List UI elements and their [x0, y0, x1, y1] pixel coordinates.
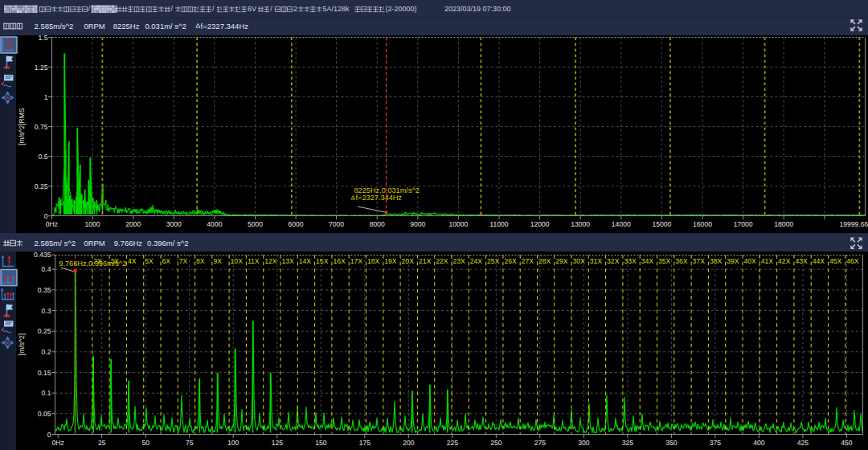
svg-text:0.2: 0.2 — [42, 348, 51, 356]
svg-text:38X: 38X — [710, 257, 723, 265]
svg-text:18000: 18000 — [774, 220, 793, 228]
svg-text:0.3: 0.3 — [42, 307, 51, 315]
svg-text:0.4: 0.4 — [42, 265, 51, 273]
svg-text:20X: 20X — [402, 257, 415, 265]
svg-text:44X: 44X — [813, 257, 825, 265]
svg-text:16X: 16X — [333, 257, 346, 265]
svg-text:2.585m/ s^2: 2.585m/ s^2 — [35, 239, 76, 248]
svg-text:25X: 25X — [487, 257, 500, 265]
svg-text:0.75: 0.75 — [35, 123, 48, 131]
svg-text:6V: 6V — [248, 5, 256, 13]
svg-text:2.585m/s^2: 2.585m/s^2 — [35, 22, 74, 31]
svg-text:0.25: 0.25 — [35, 182, 48, 190]
svg-text:9.766Hz: 9.766Hz — [114, 239, 143, 248]
svg-text:37X: 37X — [693, 257, 706, 265]
svg-text:0.15: 0.15 — [38, 369, 51, 377]
svg-text:12X: 12X — [264, 257, 277, 265]
svg-text:24X: 24X — [470, 257, 483, 265]
svg-text:100: 100 — [227, 439, 240, 447]
svg-text:36X: 36X — [675, 257, 688, 265]
svg-text:4000: 4000 — [207, 220, 222, 228]
svg-text:375: 375 — [710, 439, 722, 447]
svg-text:18X: 18X — [367, 257, 380, 265]
svg-text:21X: 21X — [419, 257, 432, 265]
svg-text:400: 400 — [753, 439, 765, 447]
svg-text:13X: 13X — [282, 257, 295, 265]
svg-text:0.05: 0.05 — [38, 410, 51, 418]
svg-text:1.5: 1.5 — [39, 34, 48, 42]
svg-text:25: 25 — [98, 439, 106, 447]
svg-text:15000: 15000 — [652, 220, 671, 228]
svg-text:[m/s^2]: [m/s^2] — [18, 333, 26, 355]
svg-text:22X: 22X — [436, 257, 448, 265]
svg-text:12000: 12000 — [530, 220, 550, 228]
svg-text:7X: 7X — [179, 257, 188, 265]
svg-text:0Hz: 0Hz — [52, 439, 64, 447]
svg-text:350: 350 — [665, 439, 678, 447]
svg-text:300: 300 — [578, 439, 590, 447]
svg-text:43X: 43X — [795, 257, 808, 265]
svg-text:2000: 2000 — [125, 220, 141, 228]
svg-text:14X: 14X — [299, 257, 312, 265]
svg-text:45X: 45X — [829, 257, 842, 265]
svg-text:23X: 23X — [453, 257, 466, 265]
svg-text:2023/03/19 07:30:00: 2023/03/19 07:30:00 — [444, 5, 511, 13]
svg-text:13000: 13000 — [571, 220, 590, 228]
svg-text:275: 275 — [534, 439, 547, 447]
svg-text:1000: 1000 — [85, 220, 100, 228]
svg-text:40X: 40X — [744, 257, 757, 265]
svg-text:9000: 9000 — [410, 220, 425, 228]
svg-text:3000: 3000 — [166, 220, 182, 228]
svg-text:5X: 5X — [145, 257, 154, 265]
svg-text:225: 225 — [447, 439, 459, 447]
svg-text:325: 325 — [622, 439, 634, 447]
svg-text:19X: 19X — [384, 257, 397, 265]
svg-text:28X: 28X — [538, 257, 551, 265]
svg-text:5000: 5000 — [248, 220, 263, 228]
svg-text:46X: 46X — [846, 257, 859, 265]
svg-text:26X: 26X — [504, 257, 517, 265]
svg-text:8X: 8X — [196, 257, 205, 265]
svg-text:34X: 34X — [641, 257, 654, 265]
svg-text:7000: 7000 — [329, 220, 344, 228]
svg-text:f=2327.344Hz: f=2327.344Hz — [356, 194, 403, 202]
svg-text:6000: 6000 — [289, 220, 304, 228]
svg-text:f=2327.344Hz: f=2327.344Hz — [201, 22, 249, 31]
svg-text:0.35: 0.35 — [38, 286, 51, 294]
svg-text:(2-20000): (2-20000) — [385, 5, 416, 13]
svg-text:0: 0 — [47, 431, 51, 439]
svg-text:1.25: 1.25 — [35, 63, 48, 72]
svg-text:41X: 41X — [761, 257, 774, 265]
svg-text:0.435: 0.435 — [34, 251, 51, 259]
svg-text:0.031m/ s^2: 0.031m/ s^2 — [145, 22, 186, 31]
svg-text:4X: 4X — [128, 257, 137, 265]
svg-text:32X: 32X — [607, 257, 620, 265]
svg-text:10X: 10X — [231, 257, 244, 265]
svg-text:35X: 35X — [658, 257, 671, 265]
svg-text:27X: 27X — [522, 257, 534, 265]
svg-text:0.25: 0.25 — [38, 327, 51, 335]
svg-text:42X: 42X — [778, 257, 791, 265]
svg-text:30X: 30X — [573, 257, 586, 265]
svg-text:19999.66: 19999.66 — [839, 220, 868, 228]
svg-text:0RPM: 0RPM — [84, 22, 104, 31]
svg-text:39X: 39X — [727, 257, 739, 265]
svg-text:0RPM: 0RPM — [84, 239, 104, 248]
svg-text:0Hz: 0Hz — [46, 220, 58, 228]
svg-text:75: 75 — [186, 439, 194, 447]
svg-text:150: 150 — [315, 439, 327, 447]
svg-text:17000: 17000 — [734, 220, 753, 228]
svg-text:0.396m/ s^2: 0.396m/ s^2 — [147, 239, 188, 248]
svg-text:9X: 9X — [213, 257, 222, 265]
svg-text:6X: 6X — [162, 257, 171, 265]
svg-text:425: 425 — [797, 439, 809, 447]
svg-text:250: 250 — [490, 439, 502, 447]
svg-text:0.1: 0.1 — [42, 389, 51, 397]
svg-text:[m/s^2]RMS: [m/s^2]RMS — [18, 108, 26, 145]
svg-text:9.766Hz,0.396m/s^2: 9.766Hz,0.396m/s^2 — [59, 260, 126, 268]
svg-text:0.5: 0.5 — [39, 153, 48, 161]
svg-text:450: 450 — [841, 439, 853, 447]
svg-text:2: 2 — [293, 5, 297, 13]
svg-text:16000: 16000 — [693, 220, 712, 228]
svg-text:15X: 15X — [316, 257, 329, 265]
